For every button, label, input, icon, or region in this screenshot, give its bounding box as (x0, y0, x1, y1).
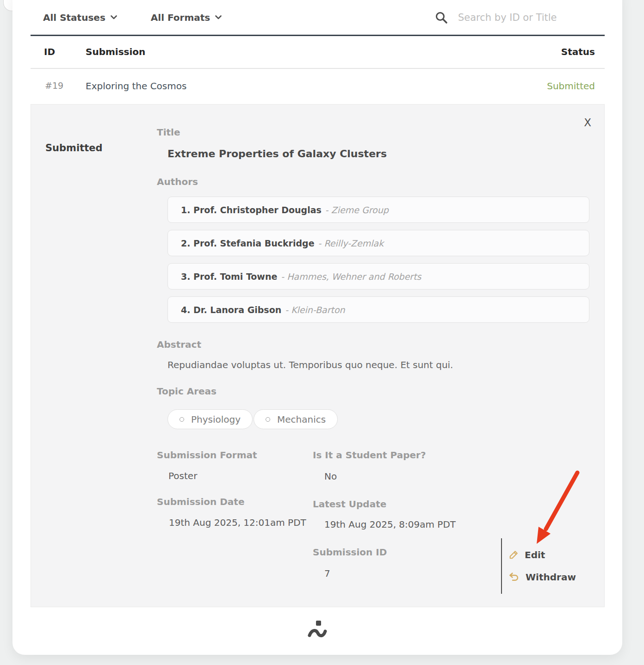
pencil-icon (508, 550, 519, 560)
format-filter-dropdown[interactable]: All Formats (151, 12, 222, 23)
author-name: 1. Prof. Christopher Douglas (181, 205, 322, 215)
author-affiliation: - Klein-Barton (285, 305, 345, 315)
chevron-down-icon (215, 15, 222, 19)
topic-areas-label: Topic Areas (157, 386, 217, 397)
author-name: 4. Dr. Lanora Gibson (181, 305, 281, 315)
row-title: Exploring the Cosmos (86, 80, 186, 92)
latest-update-label: Latest Update (313, 499, 386, 510)
submission-format-value: Poster (168, 470, 197, 481)
topic-chip-physiology: Physiology (167, 409, 253, 429)
withdraw-button-label: Withdraw (526, 572, 576, 583)
column-header-status: Status (561, 46, 595, 57)
search-box (435, 11, 604, 24)
edit-button-label: Edit (525, 549, 545, 560)
author-item: 2. Prof. Stefania Buckridge - Reilly-Zem… (167, 230, 589, 256)
latest-update-value: 19th Aug 2025, 8:09am PDT (324, 519, 456, 530)
submission-id-label: Submission ID (313, 547, 387, 558)
submission-detail-panel: Submitted X Title Extreme Properties of … (31, 104, 605, 607)
submissions-page: All Statuses All Formats ID Submission S… (0, 0, 644, 665)
loader-logo (307, 619, 328, 641)
status-filter-label: All Statuses (43, 12, 105, 23)
submission-title: Extreme Properties of Galaxy Clusters (167, 148, 387, 160)
close-icon[interactable]: X (584, 117, 591, 128)
withdraw-button[interactable]: Withdraw (508, 572, 589, 583)
author-name: 2. Prof. Stefania Buckridge (181, 238, 315, 248)
edit-button[interactable]: Edit (508, 549, 589, 560)
author-name: 3. Prof. Tomi Towne (181, 271, 277, 282)
table-header: ID Submission Status (31, 36, 605, 68)
search-icon (435, 11, 448, 24)
chevron-down-icon (111, 15, 117, 19)
detail-status-badge: Submitted (45, 142, 103, 154)
author-item: 4. Dr. Lanora Gibson - Klein-Barton (167, 296, 589, 323)
student-paper-label: Is It a Student Paper? (313, 449, 426, 461)
loader-dot-icon (316, 621, 321, 626)
row-status-badge: Submitted (547, 80, 595, 92)
table-row[interactable]: #19 Exploring the Cosmos Submitted (31, 69, 605, 104)
format-filter-label: All Formats (151, 12, 210, 23)
undo-arrow-icon (508, 572, 520, 582)
author-item: 3. Prof. Tomi Towne - Hammes, Wehner and… (167, 263, 589, 289)
submission-date-value: 19th Aug 2025, 12:01am PDT (169, 517, 306, 528)
student-paper-value: No (324, 471, 337, 482)
submission-id-value: 7 (324, 568, 330, 579)
abstract-label: Abstract (157, 339, 201, 350)
abstract-text: Repudiandae voluptas ut. Temporibus quo … (167, 359, 453, 370)
row-id: #19 (45, 80, 63, 91)
title-label: Title (157, 127, 180, 138)
topic-chip-label: Mechanics (277, 414, 326, 425)
chip-dot-icon (266, 417, 270, 422)
loader-wave-icon (308, 626, 327, 640)
authors-label: Authors (157, 176, 198, 187)
submission-date-label: Submission Date (157, 496, 244, 507)
author-affiliation: - Hammes, Wehner and Roberts (281, 271, 421, 282)
author-affiliation: - Zieme Group (325, 205, 389, 215)
search-input[interactable] (458, 12, 597, 23)
column-header-id: ID (44, 46, 55, 57)
status-filter-dropdown[interactable]: All Statuses (43, 12, 117, 23)
chip-dot-icon (180, 417, 184, 422)
column-header-submission: Submission (86, 46, 145, 57)
filter-bar: All Statuses All Formats (31, 0, 605, 35)
author-affiliation: - Reilly-Zemlak (318, 238, 384, 248)
submission-format-label: Submission Format (157, 449, 257, 461)
actions-block: Edit Withdraw (501, 538, 589, 594)
topic-chip-label: Physiology (191, 414, 241, 425)
topic-chip-mechanics: Mechanics (254, 409, 338, 429)
author-item: 1. Prof. Christopher Douglas - Zieme Gro… (167, 197, 589, 223)
